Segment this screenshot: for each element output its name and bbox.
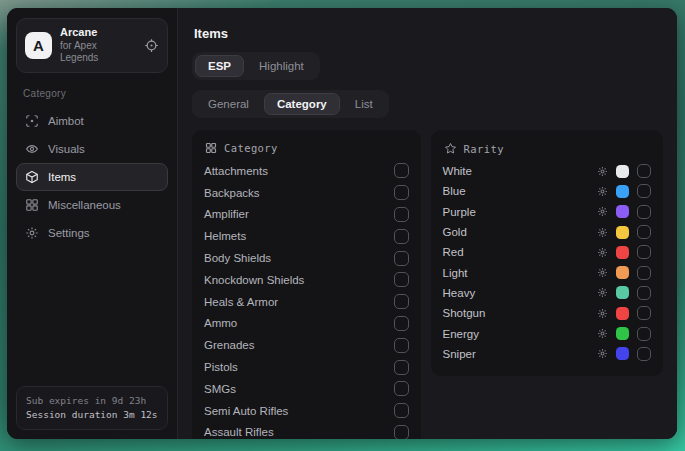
gear-icon[interactable]	[597, 186, 608, 197]
category-checkbox[interactable]	[394, 163, 409, 178]
tab-general[interactable]: General	[195, 93, 262, 115]
sidebar-item-label: Settings	[48, 227, 90, 239]
sidebar-item-visuals[interactable]: Visuals	[16, 135, 168, 163]
category-checkbox[interactable]	[394, 251, 409, 266]
category-checkbox[interactable]	[394, 294, 409, 309]
rarity-checkbox[interactable]	[637, 327, 651, 341]
category-label: SMGs	[204, 383, 394, 395]
sidebar-item-aimbot[interactable]: Aimbot	[16, 107, 168, 135]
category-label: Grenades	[204, 339, 394, 351]
gear-icon[interactable]	[597, 287, 608, 298]
sidebar-item-label: Aimbot	[48, 115, 84, 127]
category-row: Heals & Armor	[204, 291, 409, 313]
category-checkbox[interactable]	[394, 425, 409, 439]
gear-icon[interactable]	[597, 328, 608, 339]
category-label: Backpacks	[204, 187, 394, 199]
rarity-checkbox[interactable]	[637, 347, 651, 361]
tab-esp[interactable]: ESP	[195, 55, 244, 77]
rarity-label: Energy	[443, 328, 589, 340]
category-label: Heals & Armor	[204, 296, 394, 308]
category-checkbox[interactable]	[394, 381, 409, 396]
sidebar-item-label: Miscellaneous	[48, 199, 121, 211]
rarity-checkbox[interactable]	[637, 205, 651, 219]
app-window: A Arcane for Apex Legends Category Aimbo	[7, 8, 677, 439]
rarity-row: Blue	[443, 181, 651, 201]
color-swatch[interactable]	[616, 266, 629, 279]
logo-card: A Arcane for Apex Legends	[16, 18, 168, 73]
crosshair-icon	[25, 114, 39, 128]
color-swatch[interactable]	[616, 205, 629, 218]
rarity-label: Shotgun	[443, 307, 589, 319]
rarity-row: Shotgun	[443, 303, 651, 323]
sidebar-item-items[interactable]: Items	[16, 163, 168, 191]
sidebar-item-label: Items	[48, 171, 76, 183]
color-swatch[interactable]	[616, 165, 629, 178]
rarity-checkbox[interactable]	[637, 286, 651, 300]
category-checkbox[interactable]	[394, 403, 409, 418]
color-swatch[interactable]	[616, 307, 629, 320]
gear-icon[interactable]	[597, 348, 608, 359]
eye-icon	[25, 142, 39, 156]
sidebar: A Arcane for Apex Legends Category Aimbo	[7, 8, 178, 439]
gear-icon[interactable]	[597, 267, 608, 278]
session-duration-text: Session duration 3m 12s	[26, 408, 158, 422]
category-label: Pistols	[204, 361, 394, 373]
rarity-label: Purple	[443, 206, 589, 218]
category-row: Backpacks	[204, 182, 409, 204]
app-name: Arcane	[60, 26, 136, 40]
star-icon	[444, 142, 457, 155]
category-label: Amplifier	[204, 208, 394, 220]
category-checkbox[interactable]	[394, 185, 409, 200]
color-swatch[interactable]	[616, 347, 629, 360]
rarity-row: Sniper	[443, 344, 651, 364]
category-label: Ammo	[204, 317, 394, 329]
gear-icon	[25, 226, 39, 240]
color-swatch[interactable]	[616, 226, 629, 239]
gear-icon[interactable]	[597, 247, 608, 258]
gear-icon[interactable]	[597, 166, 608, 177]
rarity-label: Sniper	[443, 348, 589, 360]
tab-category[interactable]: Category	[264, 93, 340, 115]
category-row: Assault Rifles	[204, 422, 409, 439]
rarity-label: White	[443, 165, 589, 177]
gear-icon[interactable]	[597, 206, 608, 217]
category-checkbox[interactable]	[394, 272, 409, 287]
category-checkbox[interactable]	[394, 316, 409, 331]
rarity-checkbox[interactable]	[637, 306, 651, 320]
sidebar-section-label: Category	[23, 88, 161, 99]
category-row: Ammo	[204, 313, 409, 335]
rarity-checkbox[interactable]	[637, 164, 651, 178]
main-content: Items ESP Highlight General Category Lis…	[178, 8, 677, 439]
subscription-info: Sub expires in 9d 23h Session duration 3…	[16, 386, 168, 431]
color-swatch[interactable]	[616, 286, 629, 299]
gear-icon[interactable]	[597, 308, 608, 319]
color-swatch[interactable]	[616, 246, 629, 259]
tab-list[interactable]: List	[342, 93, 386, 115]
rarity-checkbox[interactable]	[637, 225, 651, 239]
color-swatch[interactable]	[616, 185, 629, 198]
category-panel-title: Category	[224, 142, 278, 154]
rarity-checkbox[interactable]	[637, 184, 651, 198]
tab-highlight[interactable]: Highlight	[246, 55, 317, 77]
sidebar-item-miscellaneous[interactable]: Miscellaneous	[16, 191, 168, 219]
rarity-row: White	[443, 161, 651, 181]
color-swatch[interactable]	[616, 327, 629, 340]
sidebar-item-label: Visuals	[48, 143, 85, 155]
category-row: Semi Auto Rifles	[204, 400, 409, 422]
gear-icon[interactable]	[597, 227, 608, 238]
category-checkbox[interactable]	[394, 338, 409, 353]
scope-target-icon[interactable]	[144, 38, 159, 53]
rarity-checkbox[interactable]	[637, 266, 651, 280]
category-label: Helmets	[204, 230, 394, 242]
sidebar-item-settings[interactable]: Settings	[16, 219, 168, 247]
rarity-checkbox[interactable]	[637, 245, 651, 259]
category-checkbox[interactable]	[394, 207, 409, 222]
page-title: Items	[194, 26, 663, 41]
category-row: Helmets	[204, 225, 409, 247]
category-checkbox[interactable]	[394, 229, 409, 244]
rarity-row: Heavy	[443, 283, 651, 303]
category-row: Pistols	[204, 356, 409, 378]
view-tabs: General Category List	[192, 90, 389, 118]
category-checkbox[interactable]	[394, 360, 409, 375]
app-subtitle: for Apex Legends	[60, 40, 136, 65]
